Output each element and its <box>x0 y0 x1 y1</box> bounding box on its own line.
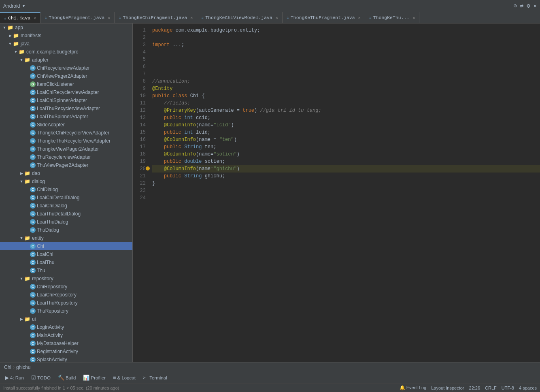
token-annotation: @ColumnInfo <box>152 166 196 172</box>
tree-item-loaithudetaildialog[interactable]: CLoaiThuDetailDialog <box>0 210 132 218</box>
tree-item-loaichidialog[interactable]: CLoaiChiDialog <box>0 202 132 210</box>
file-class-icon: C <box>30 162 36 168</box>
tree-item-adapter[interactable]: ▼📁adapter <box>0 56 132 64</box>
tree-item-dao[interactable]: ▶📁dao <box>0 169 132 177</box>
folder-arrow-icon[interactable]: ▼ <box>19 236 24 240</box>
folder-arrow-icon[interactable]: ▼ <box>13 50 19 54</box>
tree-item-loaichidetaildialog[interactable]: CLoaiChiDetailDialog <box>0 194 132 202</box>
tree-item-loaithudialog[interactable]: CLoaiThuDialog <box>0 218 132 226</box>
folder-arrow-icon[interactable]: ▶ <box>19 171 24 175</box>
code-line: @ColumnInfo(name="ghichu") <box>152 165 540 173</box>
folder-arrow-icon[interactable]: ▶ <box>19 317 24 321</box>
profiler-button[interactable]: 📊 Profiler <box>80 374 108 381</box>
tab-thongkefragment-close[interactable]: ✕ <box>108 15 110 20</box>
tree-item-com.example.budgetpro[interactable]: ▼📁com.example.budgetpro <box>0 48 132 56</box>
folder-arrow-icon[interactable]: ▼ <box>19 58 24 62</box>
tree-item-app[interactable]: ▼📁app <box>0 23 132 32</box>
tree-item-thudialog[interactable]: CThuDialog <box>0 226 132 234</box>
tab-chi-java[interactable]: ☕ Chi.java ✕ <box>0 12 40 23</box>
android-menu[interactable]: Android ▼ <box>3 3 26 9</box>
encoding-indicator[interactable]: UTF-8 <box>502 386 514 390</box>
tree-item-thongkethurecyclerviewadapter[interactable]: CThongkeThuRecyclerViewAdapter <box>0 137 132 145</box>
tree-item-repository[interactable]: ▼📁repository <box>0 275 132 283</box>
tab-thongkechifragment-close[interactable]: ✕ <box>190 15 193 20</box>
tree-item-thu[interactable]: CThu <box>0 266 132 275</box>
code-line <box>152 194 540 202</box>
tree-item-chidialog[interactable]: CChiDialog <box>0 185 132 194</box>
todo-button[interactable]: ☑ TODO <box>28 374 54 381</box>
tab-thongkechiviewmodel-close[interactable]: ✕ <box>276 15 278 20</box>
tab-thongkechiviewmodel[interactable]: ☕ ThongKeChiViewModel.java ✕ <box>197 12 283 23</box>
build-label: Build <box>66 375 76 380</box>
tab-thongkechifragment[interactable]: ☕ ThongKeChiFragment.java ✕ <box>115 12 197 23</box>
tree-item-loaithuspinneradapter[interactable]: CLoaiThuSpinnerAdapter <box>0 113 132 121</box>
tree-item-splashactivity[interactable]: CSplashActivity <box>0 356 132 362</box>
tree-item-java[interactable]: ▼📁java <box>0 40 132 48</box>
settings-icon[interactable]: ⚙ <box>527 2 530 9</box>
tree-item-thurepository[interactable]: CThuRepository <box>0 307 132 315</box>
tree-item-chi[interactable]: CChi <box>0 242 132 250</box>
layout-inspector-button[interactable]: Layout Inspector <box>431 386 464 390</box>
tab-thongkethufragment-close[interactable]: ✕ <box>358 15 361 20</box>
folder-arrow-icon[interactable]: ▼ <box>19 277 24 281</box>
folder-arrow-icon[interactable]: ▼ <box>2 26 7 30</box>
tree-item-ui[interactable]: ▶📁ui <box>0 315 132 323</box>
terminal-button[interactable]: >_ Terminal <box>140 374 170 381</box>
file-class-icon: C <box>30 308 36 314</box>
tree-item-chirepository[interactable]: CChiRepository <box>0 283 132 291</box>
token-type: int <box>184 115 193 121</box>
tab-thongkefragment[interactable]: ☕ ThongkeFragment.java ✕ <box>40 12 115 23</box>
event-log-button[interactable]: 🔔 Event Log <box>400 385 427 390</box>
breadcrumb-ghichu[interactable]: ghichu <box>16 364 30 370</box>
tree-item-thongkechirecyclerviewadapter[interactable]: CThongkeChiRecyclerViewAdapter <box>0 129 132 137</box>
tree-item-registrationactivity[interactable]: CRegistrationActivity <box>0 347 132 356</box>
tree-item-entity[interactable]: ▼📁entity <box>0 234 132 242</box>
add-module-icon[interactable]: ⊕ <box>513 2 517 9</box>
tab-thongkethu[interactable]: ☕ ThongKeThu... ✕ <box>365 12 420 23</box>
folder-arrow-icon[interactable]: ▶ <box>7 34 13 38</box>
tree-item-slideadapter[interactable]: CSlideAdapter <box>0 121 132 129</box>
tree-item-chiviewpager2adapter[interactable]: CChiViewPager2Adapter <box>0 72 132 80</box>
line-col-indicator[interactable]: 22:26 <box>469 386 480 390</box>
tree-item-mainactivity[interactable]: CMainActivity <box>0 331 132 339</box>
build-button[interactable]: 🔨 Build <box>55 374 79 381</box>
tree-item-label: adapter <box>32 57 49 63</box>
tree-item-thuviewpager2adapter[interactable]: CThuViewPager2Adapter <box>0 161 132 169</box>
token-plain: lcid; <box>193 130 210 135</box>
tab-java-icon3: ☕ <box>119 15 121 20</box>
breadcrumb-chi[interactable]: Chi <box>4 364 11 370</box>
tree-item-itemclicklistener[interactable]: GItemClickListener <box>0 80 132 88</box>
folder-arrow-icon[interactable]: ▼ <box>19 179 24 183</box>
file-class-icon: C <box>30 195 36 200</box>
tree-item-manifests[interactable]: ▶📁manifests <box>0 32 132 40</box>
tab-thongkethufragment[interactable]: ☕ ThongKeThuFragment.java ✕ <box>283 12 365 23</box>
tree-item-loginactivity[interactable]: CLoginActivity <box>0 323 132 331</box>
tree-item-chirecyclerviewadapter[interactable]: CChiRecyclerviewAdapter <box>0 64 132 72</box>
tree-item-loaithurecyclerviewadapter[interactable]: CLoaiThuRecyclerviewAdapter <box>0 104 132 113</box>
tab-thongkethu-close[interactable]: ✕ <box>412 15 415 20</box>
indent-indicator[interactable]: 4 spaces <box>519 386 537 390</box>
tab-chi-close[interactable]: ✕ <box>34 16 36 21</box>
code-editor[interactable]: 123456789101112131415161718192021222324 … <box>133 23 540 362</box>
tree-item-thurecyclerviewadapter[interactable]: CThuRecyclerviewAdapter <box>0 153 132 161</box>
code-lines[interactable]: package com.example.budgetpro.entity; im… <box>149 23 540 362</box>
tree-item-label: LoaiChi <box>37 251 53 257</box>
tree-item-thongkeviewpager2adapter[interactable]: CThongkeViewPager2Adapter <box>0 145 132 153</box>
crlf-indicator[interactable]: CRLF <box>485 386 497 390</box>
tree-item-dialog[interactable]: ▼📁dialog <box>0 177 132 185</box>
android-dropdown-arrow[interactable]: ▼ <box>21 4 26 8</box>
tree-item-loaichirecyclerviewadapter[interactable]: CLoaiChiRecyclerviewAdapter <box>0 88 132 96</box>
token-plain: ) <box>231 122 234 128</box>
file-class-icon: C <box>30 300 36 306</box>
folder-arrow-icon[interactable]: ▼ <box>7 42 13 46</box>
run-button[interactable]: ▶ 4: Run <box>2 374 27 381</box>
sync-icon[interactable]: ⇄ <box>520 2 523 9</box>
tree-item-loaithu[interactable]: CLoaiThu <box>0 258 132 266</box>
tree-item-mydatabasehelper[interactable]: CMyDatabaseHelper <box>0 339 132 347</box>
tree-item-loaithurepository[interactable]: CLoaiThuRepository <box>0 299 132 307</box>
tree-item-loaichirepository[interactable]: CLoaiChiRepository <box>0 291 132 299</box>
tree-item-loaichispinneradapter[interactable]: CLoaiChiSpinnerAdapter <box>0 96 132 104</box>
close-panel-icon[interactable]: ✕ <box>534 2 537 9</box>
tree-item-loaichi[interactable]: CLoaiChi <box>0 250 132 258</box>
logcat-button[interactable]: ≡ & Logcat <box>110 374 139 381</box>
